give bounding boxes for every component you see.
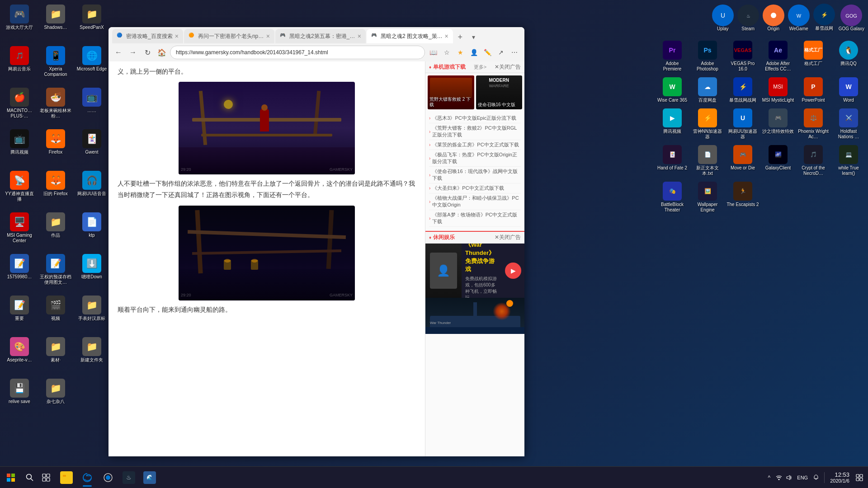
desktop-icon-relive[interactable]: 💾 relive save [2, 376, 37, 417]
forward-button[interactable]: → [127, 46, 139, 59]
language-indicator[interactable]: ENG [794, 467, 811, 488]
desktop-icon-tencent-video[interactable]: 📺 腾讯视频 [2, 127, 37, 168]
download-item-7[interactable]: › 《植物大战僵尸：和睦小镇保卫战》PC中文版Origin [429, 193, 521, 210]
home-button[interactable]: 🏠 [156, 46, 168, 59]
desktop-icon-mac[interactable]: 🍎 MACINTO… PLUS·… [2, 85, 37, 126]
reading-mode-button[interactable]: 📖 [427, 46, 439, 59]
desktop-icon-galaxy-client[interactable]: 🌌 GalaxyClient [761, 143, 795, 178]
taskbar-clock[interactable]: 12:53 2020/1/6 [826, 467, 853, 488]
desktop-icon-15759[interactable]: 📝 15759980… [2, 252, 37, 292]
tab-close-2[interactable]: × [266, 33, 270, 40]
desktop-icon-shadows[interactable]: 📁 Shadows… [38, 2, 73, 43]
desktop-icon-phoenix[interactable]: ⚖️ Phoenix Wright Ac… [796, 106, 830, 142]
desktop-icon-crypt[interactable]: 🎵 Crypt of the NecroD… [796, 143, 830, 178]
desktop-icon-msi-mystic[interactable]: MSI MSI MysticLight [761, 75, 795, 105]
desktop-icon-sandy[interactable]: 🎮 沙之境特效特效 [761, 106, 795, 142]
tab-dropdown-button[interactable]: ▾ [467, 31, 480, 43]
desktop-icon-watch[interactable]: 📁 手表好汉原标 [75, 293, 109, 334]
tab-close-3[interactable]: × [358, 33, 361, 40]
desktop-icon-escapists[interactable]: 🏃 The Escapists 2 [726, 179, 760, 215]
desktop-icon-speedpanx[interactable]: 📁 SpeedPanX [75, 2, 109, 43]
download-item-8[interactable]: › 《部落A梦：牧场物语》PC中文正式版下载 [429, 210, 521, 227]
war-thunder-ad-inline[interactable]: 👤 《War Thunder》免费战争游戏 免费战机模拟游戏，包括600多种飞机… [425, 244, 524, 334]
task-view-button[interactable] [38, 467, 54, 488]
desktop-icon-format-factory[interactable]: 格式工厂 格式工厂 [796, 38, 830, 74]
bookmark-button[interactable]: ★ [454, 46, 467, 59]
desktop-icon-noodle[interactable]: 🍜 老板来碗桂林米粉… [38, 85, 73, 126]
desktop-icon-handoffate[interactable]: 🃏 Hand of Fate 2 [655, 143, 689, 178]
desktop-icon-gwent[interactable]: 🃏 Gwent [75, 127, 109, 168]
desktop-icon-video[interactable]: 🎬 视频 [38, 293, 73, 334]
taskbar-app-extra[interactable]: 🌊 [140, 468, 160, 488]
desktop-icon-while-true[interactable]: 💻 while True learn() [831, 143, 866, 178]
tray-icon-notification[interactable] [811, 473, 821, 482]
desktop-icon-photoshop[interactable]: Ps Adobe Photoshop [690, 38, 725, 74]
desktop-icon-wallpaper-engine[interactable]: 🖼️ Wallpaper Engine [690, 179, 725, 215]
desktop-icon-yy[interactable]: 📡 YY通神直播直播 [2, 169, 37, 209]
tab-close-1[interactable]: × [175, 33, 179, 40]
desktop-icon-vegas[interactable]: VEGAS VEGAS Pro 16.0 [726, 38, 760, 74]
ad-close-btn-1[interactable]: ✕关闭广告 [495, 63, 521, 71]
tray-icon-network[interactable] [774, 473, 783, 482]
download-item-3[interactable]: › 《莱茨的炼金工房》PC中文正式版下载 [429, 140, 521, 150]
action-center-button[interactable] [853, 467, 866, 488]
desktop-icon-newfolder[interactable]: 📁 新建文件夹 [75, 335, 109, 375]
tray-icon-volume[interactable] [784, 473, 793, 482]
pen-button[interactable]: ✏️ [481, 46, 494, 59]
desktop-icon-zazaqiba[interactable]: 📁 杂七杂八 [38, 376, 73, 417]
favorites-button[interactable]: ☆ [440, 46, 453, 59]
desktop-icon-ktp[interactable]: 📄 ktp [75, 210, 109, 251]
desktop-icon-moveordie[interactable]: 🎮 Move or Die [726, 143, 760, 178]
desktop-icon-gamehall[interactable]: 🎮 游戏大厅大厅 [2, 2, 37, 43]
uplay-icon[interactable]: U Uplay [712, 5, 734, 31]
desktop-icon-blizzard2[interactable]: ⚡ 暴雪战网战网 [726, 75, 760, 105]
desktop-icon-works[interactable]: 📁 作品 [38, 210, 73, 251]
desktop-icon-tencent-video2[interactable]: ▶ 腾讯视频 [655, 106, 689, 142]
gog-icon[interactable]: GOG GOG Galaxy [839, 5, 864, 31]
taskbar-app-steam[interactable]: ♨ [119, 468, 139, 488]
refresh-button[interactable]: ↻ [141, 46, 154, 59]
browser-tab-4[interactable]: 🎮 黑暗之魂2 图文攻略_策… × [367, 29, 453, 43]
desktop-icon-uu-accel[interactable]: U 网易UU加速器器 [726, 106, 760, 142]
profile-button[interactable]: 👤 [467, 46, 480, 59]
taskbar-app-cortana[interactable] [98, 468, 118, 488]
taskbar-app-edge[interactable] [77, 468, 97, 488]
desktop-icon-material[interactable]: 📁 素材· [38, 335, 73, 375]
page-content-area[interactable]: 义，跳上另一侧的平台。 [108, 61, 425, 456]
blizzard-icon[interactable]: ⚡ 暴雪战网 [813, 4, 835, 32]
share-button[interactable]: ↗ [495, 46, 507, 59]
download-item-4[interactable]: › 《极品飞车：热度》PC中文版Origin正版分流下载 [429, 150, 521, 167]
desktop-icon-premiere[interactable]: Pr Adobe Premiere [655, 38, 689, 74]
tab-close-4[interactable]: × [445, 33, 448, 40]
desktop-icon-wise-care[interactable]: W Wise Care 365 [655, 75, 689, 105]
game-thumb-cod[interactable]: MODERN WARFARE 使命召唤16 中文版 [476, 75, 523, 109]
desktop-icon-aftereffects[interactable]: Ae Adobe After Effects CC… [761, 38, 795, 74]
desktop-icon-uu-voice[interactable]: 🎧 网易UU语音音 [75, 169, 109, 209]
new-tab-button[interactable]: + [454, 31, 467, 43]
desktop-icon-qq[interactable]: 🐧 腾讯QQ [831, 38, 866, 74]
ad-more-link[interactable]: 更多> [474, 64, 486, 70]
address-bar[interactable]: https://www.gamersky.com/handbook/201403… [170, 46, 425, 59]
search-button[interactable] [22, 467, 38, 488]
desktop-icon-word[interactable]: W Word [831, 75, 866, 105]
download-item-6[interactable]: › 《大圣归来》PC中文正式版下载 [429, 183, 521, 193]
desktop-icon-holdfast[interactable]: ⚔️ Holdfast Nations … [831, 106, 866, 142]
desktop-icon-text-file[interactable]: 📄 新正文本文本.txt [690, 143, 725, 178]
browser-tab-2[interactable]: 🟠 再问一下密港那个老头npc·… × [184, 29, 274, 43]
more-button[interactable]: ⋯ [508, 46, 521, 59]
desktop-icon-down[interactable]: ⬇️ 嗯哩Down [75, 252, 109, 292]
back-button[interactable]: ← [112, 46, 125, 59]
desktop-icon-edge[interactable]: 🌐 Microsoft Edge [75, 44, 109, 84]
desktop-icon-firefox[interactable]: 🦊 Firefox [38, 127, 73, 168]
start-button[interactable] [0, 467, 22, 488]
war-thunder-play-button[interactable]: ▶ [505, 263, 521, 279]
taskbar-app-explorer[interactable] [57, 468, 76, 488]
desktop-icon-battleblock[interactable]: 🎭 BattleBlock Theater [655, 179, 689, 215]
desktop-icon-old-firefox[interactable]: 🦊 旧的 Firefox [38, 169, 73, 209]
desktop-icon-xperia[interactable]: 📱 Xperia Companion [38, 44, 73, 84]
game-thumb-rdr2[interactable]: 荒野大镖客救赎 2 下载 [428, 75, 474, 109]
desktop-icon-leishenn[interactable]: ⚡ 雷神NN加速器器 [690, 106, 725, 142]
download-item-1[interactable]: › 《恶木3》PC中文版Epic正版分流下载 [429, 113, 521, 123]
desktop-icon-aseprite[interactable]: 🎨 Aseprite-v… [2, 335, 37, 375]
desktop-icon-powerpoint[interactable]: P PowerPoint [796, 75, 830, 105]
